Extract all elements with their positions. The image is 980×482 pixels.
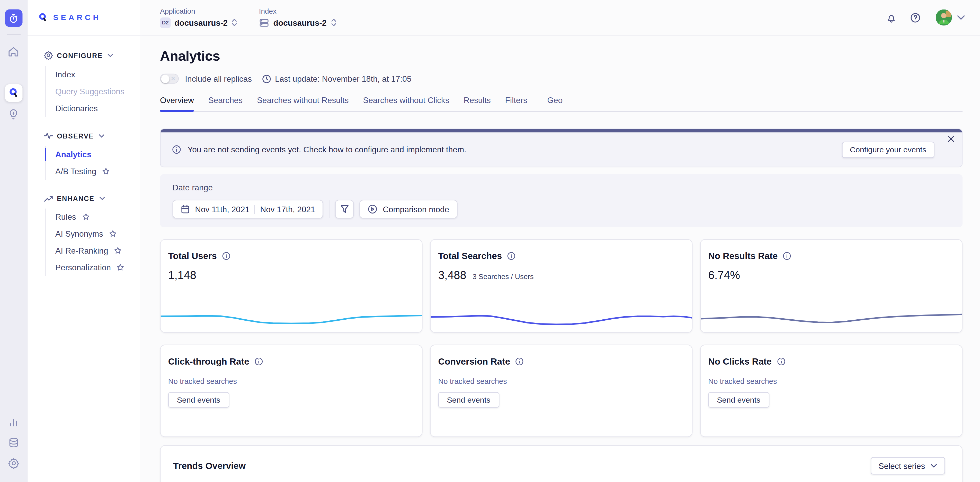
info-icon[interactable] xyxy=(254,357,263,366)
include-replicas-toggle[interactable]: ✕ xyxy=(160,74,179,84)
sidebar-item-dictionaries[interactable]: Dictionaries xyxy=(55,100,141,117)
clock-icon xyxy=(262,74,271,83)
home-icon xyxy=(8,46,19,57)
application-label: Application xyxy=(160,7,238,15)
comparison-mode-button[interactable]: Comparison mode xyxy=(360,200,457,219)
sidebar-item-ai-synonyms[interactable]: AI Synonyms xyxy=(55,225,141,242)
select-series-button[interactable]: Select series xyxy=(870,457,945,474)
tab-geo[interactable]: Geo xyxy=(547,95,563,111)
gear-icon xyxy=(8,458,19,469)
tab-bar: Overview Searches Searches without Resul… xyxy=(160,95,963,112)
configure-events-button[interactable]: Configure your events xyxy=(842,141,934,157)
star-icon[interactable] xyxy=(114,247,122,255)
rail-home-button[interactable] xyxy=(5,43,22,61)
product-logo[interactable]: SEARCH xyxy=(27,0,141,36)
rail-recommend-button[interactable] xyxy=(5,106,22,123)
info-icon[interactable] xyxy=(515,357,524,366)
bell-icon[interactable] xyxy=(886,12,896,22)
avatar[interactable] xyxy=(936,9,952,25)
star-icon[interactable] xyxy=(82,213,90,221)
date-range-picker[interactable]: Nov 11th, 2021 Nov 17th, 2021 xyxy=(173,200,324,219)
nav-header-label: ENHANCE xyxy=(57,195,94,202)
conversion-rate-card: Conversion Rate No tracked searches Send… xyxy=(430,344,693,437)
application-selector[interactable]: Application D2 docusaurus-2 xyxy=(160,7,238,28)
sidebar-nav: CONFIGURE Index Query Suggestions Dictio… xyxy=(27,36,141,291)
star-icon[interactable] xyxy=(102,167,110,176)
tab-searches[interactable]: Searches xyxy=(208,95,243,111)
total-users-sparkline xyxy=(161,308,422,327)
date-range-panel: Date range Nov 11th, 2021 Nov 17th, 2021 xyxy=(160,174,963,227)
sidebar-item-ai-reranking[interactable]: AI Re-Ranking xyxy=(55,242,141,259)
card-subvalue: 3 Searches / Users xyxy=(473,273,534,280)
no-results-rate-sparkline xyxy=(701,308,962,327)
total-users-card: Total Users 1,148 xyxy=(160,239,423,333)
meta-row: ✕ Include all replicas Last update: Nove… xyxy=(160,74,963,84)
card-title: Total Users xyxy=(168,251,217,261)
date-start: Nov 11th, 2021 xyxy=(195,205,250,214)
star-icon[interactable] xyxy=(116,263,125,271)
sort-chevrons-icon xyxy=(330,17,336,27)
bar-chart-icon xyxy=(8,417,19,427)
sidebar-item-personalization[interactable]: Personalization xyxy=(55,259,141,276)
sidebar: SEARCH CONFIGURE xyxy=(27,0,141,482)
sidebar-item-index[interactable]: Index xyxy=(55,66,141,83)
analytics-content: Analytics ✕ Include all replicas Last up… xyxy=(141,36,980,482)
sidebar-item-analytics[interactable]: Analytics xyxy=(55,146,141,163)
rail-settings-button[interactable] xyxy=(5,455,22,472)
page-title: Analytics xyxy=(160,48,963,64)
nav-section-enhance: ENHANCE Rules AI xyxy=(44,195,141,276)
banner-accent-bar xyxy=(161,129,962,132)
rail-data-button[interactable] xyxy=(5,434,22,452)
app-rail xyxy=(0,0,27,482)
chevron-down-icon xyxy=(99,197,105,200)
banner-message: You are not sending events yet. Check ho… xyxy=(188,145,466,154)
chevron-down-icon xyxy=(99,134,105,138)
no-clicks-rate-card: No Clicks Rate No tracked searches Send … xyxy=(700,344,963,437)
user-menu-chevron-icon[interactable] xyxy=(957,15,965,20)
filter-button[interactable] xyxy=(335,200,354,219)
tab-searches-without-clicks[interactable]: Searches without Clicks xyxy=(363,95,449,111)
card-value: 6.74% xyxy=(708,269,740,282)
card-title: Conversion Rate xyxy=(438,357,510,367)
rail-analytics-button[interactable] xyxy=(5,414,22,431)
last-update: Last update: November 18th, at 17:05 xyxy=(262,74,411,83)
card-title: Click-through Rate xyxy=(168,357,249,367)
tab-filters[interactable]: Filters xyxy=(505,95,527,111)
application-value: docusaurus-2 xyxy=(174,18,228,27)
pulse-icon xyxy=(44,132,53,140)
tab-results[interactable]: Results xyxy=(464,95,491,111)
nav-header-configure[interactable]: CONFIGURE xyxy=(44,51,141,60)
rail-bottom-group xyxy=(5,414,22,482)
help-icon[interactable] xyxy=(910,12,921,22)
send-events-button[interactable]: Send events xyxy=(438,392,499,408)
nav-header-observe[interactable]: OBSERVE xyxy=(44,132,141,140)
card-value: 1,148 xyxy=(168,269,196,282)
funnel-icon xyxy=(340,204,349,214)
nav-header-enhance[interactable]: ENHANCE xyxy=(44,195,141,202)
tab-searches-without-results[interactable]: Searches without Results xyxy=(257,95,348,111)
info-icon xyxy=(172,145,181,154)
star-icon[interactable] xyxy=(109,230,117,238)
tab-overview[interactable]: Overview xyxy=(160,95,194,111)
timer-app-tile[interactable] xyxy=(5,9,22,27)
info-icon[interactable] xyxy=(776,357,785,366)
sidebar-item-query-suggestions[interactable]: Query Suggestions xyxy=(55,83,141,100)
send-events-button[interactable]: Send events xyxy=(168,392,229,408)
screen: SEARCH CONFIGURE xyxy=(0,0,980,482)
rail-search-button[interactable] xyxy=(5,84,22,102)
sidebar-item-ab-testing[interactable]: A/B Testing xyxy=(55,163,141,180)
calendar-icon xyxy=(181,204,190,214)
send-events-button[interactable]: Send events xyxy=(708,392,769,408)
topbar: Application D2 docusaurus-2 Index xyxy=(141,0,980,36)
nav-header-label: OBSERVE xyxy=(57,132,94,140)
sidebar-item-rules[interactable]: Rules xyxy=(55,209,141,225)
vertical-divider xyxy=(329,200,329,218)
close-icon[interactable] xyxy=(948,135,955,142)
events-banner: You are not sending events yet. Check ho… xyxy=(160,129,963,168)
empty-state-text: No tracked searches xyxy=(161,377,422,386)
info-icon[interactable] xyxy=(783,252,791,260)
info-icon[interactable] xyxy=(507,252,516,260)
main-area: Application D2 docusaurus-2 Index xyxy=(141,0,980,482)
info-icon[interactable] xyxy=(222,252,231,260)
index-selector[interactable]: Index docusaurus-2 xyxy=(259,7,337,28)
